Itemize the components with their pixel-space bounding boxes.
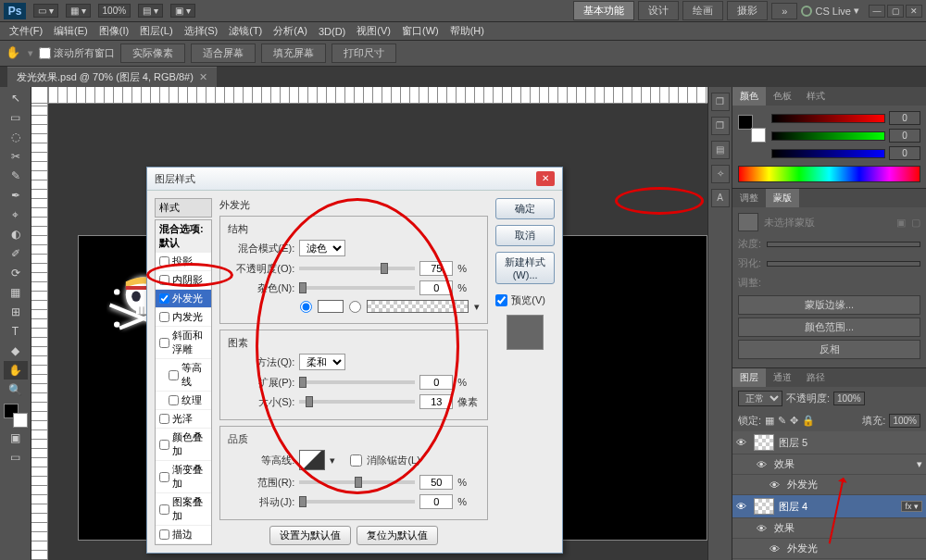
- style-color-overlay[interactable]: 颜色叠加: [156, 429, 211, 461]
- scroll-all-check[interactable]: 滚动所有窗口: [39, 46, 115, 60]
- style-check[interactable]: [169, 395, 179, 405]
- tool-lasso[interactable]: ◌: [4, 128, 28, 146]
- opacity-input[interactable]: [419, 261, 453, 276]
- slider-r[interactable]: 0: [771, 111, 920, 125]
- title-menu-2[interactable]: ▦ ▾: [66, 4, 91, 18]
- eye-icon[interactable]: 👁: [736, 437, 749, 448]
- lock-all-icon[interactable]: 🔒: [802, 415, 815, 427]
- tool-eyedropper[interactable]: ✎: [4, 167, 28, 185]
- menu-filter[interactable]: 滤镜(T): [223, 22, 268, 40]
- tab-paths[interactable]: 路径: [799, 368, 832, 387]
- tool-move[interactable]: ↖: [4, 89, 28, 107]
- menu-3d[interactable]: 3D(D): [313, 24, 351, 39]
- style-check[interactable]: [169, 370, 179, 380]
- preview-check[interactable]: 预览(V): [495, 293, 555, 307]
- density-field[interactable]: [767, 242, 920, 247]
- tab-swatches[interactable]: 色板: [766, 87, 799, 106]
- ok-button[interactable]: 确定: [495, 198, 555, 219]
- menu-image[interactable]: 图像(I): [94, 22, 134, 40]
- set-default-button[interactable]: 设置为默认值: [269, 526, 351, 545]
- tab-adjust[interactable]: 调整: [732, 189, 766, 207]
- vector-mask-icon[interactable]: ▢: [911, 217, 920, 229]
- pixel-mask-icon[interactable]: ▣: [896, 217, 906, 229]
- blend-mode-dropdown[interactable]: 滤色: [299, 240, 345, 256]
- style-drop-shadow[interactable]: 投影: [156, 253, 211, 271]
- gradient-radio[interactable]: [349, 301, 361, 313]
- spread-slider[interactable]: [299, 380, 415, 384]
- slider-b[interactable]: 0: [771, 146, 920, 160]
- style-stroke[interactable]: 描边: [156, 526, 211, 544]
- opacity-value[interactable]: 100%: [833, 392, 865, 405]
- eye-icon[interactable]: 👁: [770, 543, 782, 554]
- mini-history-icon[interactable]: ❐: [711, 93, 730, 111]
- style-inner-shadow[interactable]: 内阴影: [156, 271, 211, 290]
- tool-eraser[interactable]: ◐: [4, 225, 28, 243]
- menu-analysis[interactable]: 分析(A): [268, 22, 313, 40]
- menu-edit[interactable]: 编辑(E): [48, 22, 94, 40]
- window-close[interactable]: ✕: [906, 5, 922, 18]
- style-check[interactable]: [159, 504, 169, 515]
- title-menu-1[interactable]: ▭ ▾: [33, 4, 58, 18]
- layer-fx-row[interactable]: 👁效果: [732, 518, 926, 539]
- document-close-icon[interactable]: ✕: [199, 71, 207, 83]
- tool-dodge[interactable]: ▦: [4, 283, 28, 302]
- invert-button[interactable]: 反相: [738, 340, 920, 359]
- window-max[interactable]: ▢: [887, 5, 904, 18]
- tab-styles[interactable]: 样式: [799, 87, 832, 106]
- range-slider[interactable]: [299, 480, 415, 484]
- tool-stamp[interactable]: ⌖: [4, 205, 28, 224]
- dialog-titlebar[interactable]: 图层样式 ✕: [147, 168, 562, 191]
- tool-crop[interactable]: ✂: [4, 147, 28, 166]
- layer-fx-row[interactable]: 👁效果▾: [732, 454, 926, 475]
- style-outer-glow[interactable]: 外发光: [156, 290, 211, 308]
- style-check[interactable]: [159, 529, 169, 540]
- style-check[interactable]: [159, 472, 169, 482]
- cancel-button[interactable]: 取消: [495, 225, 555, 246]
- panel-color-switcher[interactable]: [738, 115, 766, 143]
- style-check[interactable]: [159, 440, 169, 450]
- eye-icon[interactable]: 👁: [757, 459, 770, 470]
- zoom-dropdown[interactable]: 100%: [98, 4, 131, 18]
- menu-layer[interactable]: 图层(L): [134, 22, 178, 40]
- noise-input[interactable]: [419, 280, 453, 295]
- color-spectrum[interactable]: [738, 166, 920, 182]
- mini-brush-icon[interactable]: ✧: [711, 165, 730, 183]
- tool-hand[interactable]: ✋: [4, 361, 28, 380]
- document-tab[interactable]: 发光效果.psd @ 70% (图层 4, RGB/8#) ✕: [7, 67, 217, 87]
- tool-quickmask[interactable]: ▣: [4, 429, 28, 447]
- workspace-design[interactable]: 设计: [638, 1, 679, 20]
- background-color[interactable]: [13, 413, 28, 428]
- tab-mask[interactable]: 蒙版: [766, 189, 799, 207]
- tab-channels[interactable]: 通道: [766, 368, 799, 387]
- color-switcher[interactable]: [4, 404, 28, 428]
- tool-pen[interactable]: ⊞: [4, 303, 28, 321]
- workspace-basic[interactable]: 基本功能: [573, 1, 634, 20]
- lock-trans-icon[interactable]: ▦: [765, 415, 774, 427]
- fill-screen-button[interactable]: 填充屏幕: [261, 44, 326, 63]
- tab-layers[interactable]: 图层: [732, 368, 766, 387]
- mini-prop-icon[interactable]: ▤: [711, 141, 730, 159]
- style-header[interactable]: 样式: [155, 198, 212, 218]
- workspace-more[interactable]: »: [771, 3, 797, 19]
- new-style-button[interactable]: 新建样式(W)...: [495, 252, 555, 284]
- style-gradient-overlay[interactable]: 渐变叠加: [156, 461, 211, 493]
- style-check[interactable]: [159, 293, 169, 304]
- tool-blur[interactable]: ⟳: [4, 264, 28, 282]
- tab-color[interactable]: 颜色: [732, 87, 766, 106]
- slider-g[interactable]: 0: [771, 129, 920, 143]
- tool-shape[interactable]: ◆: [4, 342, 28, 360]
- eye-icon[interactable]: 👁: [770, 479, 782, 491]
- lock-paint-icon[interactable]: ✎: [778, 415, 786, 427]
- style-inner-glow[interactable]: 内发光: [156, 308, 211, 327]
- workspace-photo[interactable]: 摄影: [727, 1, 768, 20]
- style-check[interactable]: [159, 414, 169, 424]
- style-contour[interactable]: 等高线: [156, 359, 211, 392]
- view-dropdown-2[interactable]: ▣ ▾: [170, 4, 195, 18]
- layer-fx-item[interactable]: 👁外发光: [732, 539, 926, 559]
- eye-icon[interactable]: 👁: [757, 523, 770, 534]
- workspace-paint[interactable]: 绘画: [682, 1, 723, 20]
- opacity-slider[interactable]: [299, 267, 415, 270]
- panel-bg-color[interactable]: [751, 128, 766, 143]
- menu-window[interactable]: 窗口(W): [396, 22, 444, 40]
- size-slider[interactable]: [299, 400, 415, 404]
